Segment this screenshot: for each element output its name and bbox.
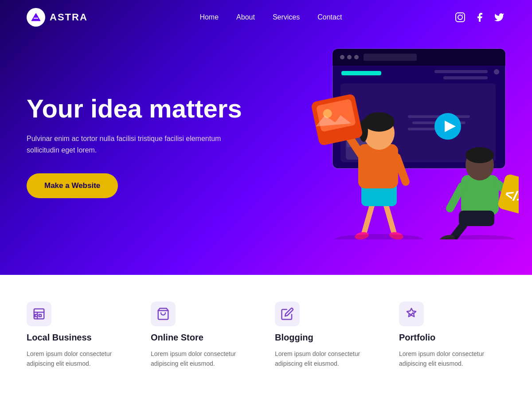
cta-button[interactable]: Make a Website <box>27 173 118 198</box>
svg-rect-20 <box>412 121 466 124</box>
header: ASTRA Home About Services Contact <box>0 0 532 35</box>
service-local-business: Local Business Lorem ipsum dolor consect… <box>27 301 133 369</box>
service-local-business-title: Local Business <box>27 332 133 343</box>
nav-home[interactable]: Home <box>200 13 219 21</box>
building-icon <box>32 307 46 321</box>
nav-about[interactable]: About <box>236 13 255 21</box>
portfolio-icon-wrap <box>399 301 424 326</box>
nav-services[interactable]: Services <box>273 13 300 21</box>
edit-icon <box>281 307 294 321</box>
main-nav: Home About Services Contact <box>200 13 342 21</box>
svg-marker-38 <box>314 110 351 131</box>
svg-point-33 <box>364 112 395 132</box>
svg-point-41 <box>466 147 494 163</box>
instagram-icon[interactable] <box>454 11 466 23</box>
svg-marker-23 <box>445 121 456 132</box>
online-store-icon-wrap <box>151 301 176 326</box>
svg-marker-0 <box>31 13 40 21</box>
svg-rect-12 <box>341 71 381 75</box>
service-local-business-desc: Lorem ipsum dolor consectetur adipiscing… <box>27 349 133 369</box>
svg-rect-39 <box>461 175 499 215</box>
svg-line-30 <box>344 129 361 155</box>
svg-rect-21 <box>408 128 452 130</box>
logo-text: ASTRA <box>50 12 88 23</box>
svg-rect-36 <box>316 99 356 132</box>
service-portfolio-title: Portfolio <box>399 332 505 343</box>
blogging-icon-wrap <box>275 301 300 326</box>
hero-subtitle: Pulvinar enim ac tortor nulla facilisi t… <box>27 133 248 156</box>
svg-rect-17 <box>346 133 386 160</box>
svg-point-27 <box>389 231 404 239</box>
svg-line-45 <box>452 225 463 239</box>
svg-rect-35 <box>311 94 364 146</box>
svg-point-34 <box>359 120 368 142</box>
svg-point-26 <box>354 231 369 239</box>
svg-rect-28 <box>361 182 397 206</box>
svg-point-46 <box>438 234 455 239</box>
svg-line-42 <box>450 186 462 208</box>
local-business-icon-wrap <box>27 301 51 326</box>
bag-icon <box>156 307 170 321</box>
svg-line-43 <box>498 184 510 195</box>
service-portfolio-desc: Lorem ipsum dolor consectetur adipiscing… <box>399 349 505 369</box>
svg-rect-14 <box>443 76 488 79</box>
twitter-icon[interactable] <box>493 11 505 23</box>
service-online-store-title: Online Store <box>151 332 257 343</box>
svg-rect-53 <box>35 314 37 317</box>
svg-text:</>: </> <box>503 186 519 207</box>
svg-rect-6 <box>332 49 505 66</box>
svg-point-49 <box>335 234 423 239</box>
logo-icon <box>27 8 45 27</box>
service-blogging-desc: Lorem ipsum dolor consectetur adipiscing… <box>275 349 381 369</box>
service-blogging-title: Blogging <box>275 332 381 343</box>
svg-rect-16 <box>340 83 496 162</box>
social-icons <box>454 11 505 23</box>
hero-content: Your idea matters Pulvinar enim ac torto… <box>27 77 248 199</box>
svg-point-22 <box>434 113 461 140</box>
services-section: Local Business Lorem ipsum dolor consect… <box>0 275 532 399</box>
svg-rect-29 <box>358 144 398 188</box>
service-online-store: Online Store Lorem ipsum dolor consectet… <box>151 301 257 369</box>
svg-point-40 <box>466 149 494 180</box>
svg-rect-7 <box>332 58 505 66</box>
nav-contact[interactable]: Contact <box>317 13 342 21</box>
svg-line-31 <box>397 157 406 182</box>
service-online-store-desc: Lorem ipsum dolor consectetur adipiscing… <box>151 349 257 369</box>
service-blogging: Blogging Lorem ipsum dolor consectetur a… <box>275 301 381 369</box>
svg-rect-11 <box>364 54 417 61</box>
hero-illustration: </> <box>275 44 519 239</box>
svg-point-8 <box>340 55 344 59</box>
svg-line-24 <box>364 204 372 235</box>
svg-point-50 <box>444 235 515 239</box>
svg-point-9 <box>347 55 352 59</box>
svg-rect-44 <box>459 211 494 226</box>
svg-point-37 <box>322 108 333 119</box>
logo[interactable]: ASTRA <box>27 8 88 27</box>
svg-point-32 <box>364 116 395 150</box>
svg-rect-19 <box>408 115 470 118</box>
svg-rect-2 <box>456 13 465 22</box>
svg-point-15 <box>494 69 499 74</box>
svg-rect-52 <box>39 314 41 317</box>
service-portfolio: Portfolio Lorem ipsum dolor consectetur … <box>399 301 505 369</box>
check-badge-icon <box>405 307 418 321</box>
hero-title: Your idea matters <box>27 94 248 123</box>
svg-rect-5 <box>332 49 505 168</box>
svg-point-3 <box>458 15 462 20</box>
svg-rect-13 <box>434 70 488 73</box>
facebook-icon[interactable] <box>473 11 486 23</box>
svg-rect-18 <box>347 134 385 147</box>
svg-point-10 <box>354 55 359 59</box>
svg-rect-47 <box>497 173 519 217</box>
hero-section: Your idea matters Pulvinar enim ac torto… <box>0 0 532 275</box>
svg-line-25 <box>386 204 395 235</box>
svg-point-4 <box>462 15 463 16</box>
